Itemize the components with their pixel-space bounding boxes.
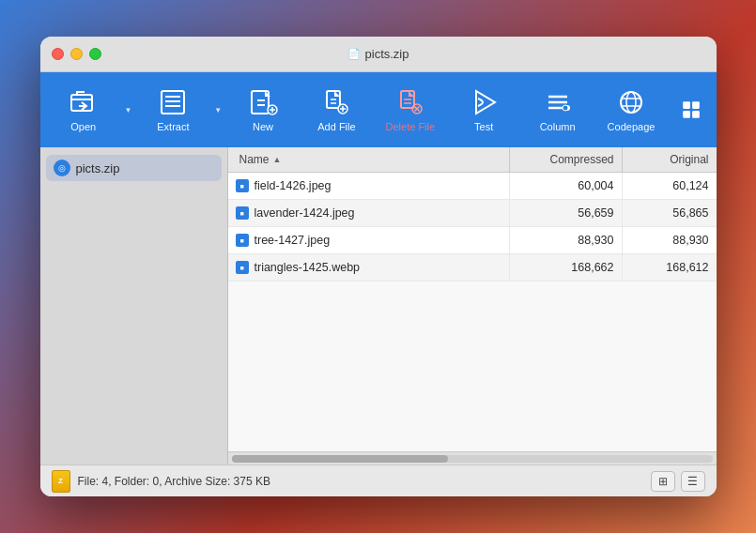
file-list: ■ field-1426.jpeg 60,004 60,124 ■ lavend…	[228, 173, 717, 451]
close-button[interactable]	[52, 48, 64, 60]
test-button[interactable]: Test	[448, 78, 519, 142]
svg-rect-34	[692, 101, 700, 109]
main-window: 📄 picts.zip Open ▼ Extract	[40, 37, 717, 496]
file-type-icon: ■	[236, 179, 249, 192]
file-compressed-cell: 88,930	[510, 227, 623, 253]
extract-dropdown-arrow[interactable]: ▼	[211, 78, 225, 142]
add-file-button[interactable]: Add File	[301, 78, 372, 142]
toolbar: Open ▼ Extract ▼ New	[40, 72, 717, 147]
file-name-cell: ■ tree-1427.jpeg	[228, 227, 510, 253]
new-button[interactable]: New	[227, 78, 299, 142]
file-original-cell: 56,865	[623, 200, 717, 226]
svg-rect-35	[684, 111, 691, 118]
status-text: File: 4, Folder: 0, Archive Size: 375 KB	[78, 475, 270, 488]
window-title: 📄 picts.zip	[347, 47, 409, 61]
sidebar: ◎ picts.zip	[40, 147, 228, 464]
file-type-icon: ■	[236, 234, 249, 247]
traffic-lights	[52, 48, 101, 60]
title-file-icon: 📄	[347, 48, 361, 60]
extract-button[interactable]: Extract	[137, 78, 208, 142]
file-name-cell: ■ lavender-1424.jpeg	[228, 200, 510, 226]
extract-icon	[158, 87, 188, 117]
file-type-icon: ■	[236, 261, 249, 274]
grid-icon	[681, 99, 702, 120]
svg-marker-23	[476, 91, 495, 114]
title-bar: 📄 picts.zip	[40, 37, 717, 72]
file-type-icon: ■	[236, 206, 249, 220]
horizontal-scrollbar[interactable]	[228, 451, 717, 464]
test-icon	[469, 87, 499, 117]
delete-file-icon	[395, 87, 425, 117]
status-view-button-1[interactable]: ⊞	[651, 471, 675, 492]
column-name-header[interactable]: Name ▲	[228, 147, 510, 172]
add-file-icon	[321, 87, 351, 117]
maximize-button[interactable]	[89, 48, 101, 60]
file-compressed-cell: 56,659	[510, 200, 623, 226]
open-dropdown-arrow[interactable]: ▼	[121, 78, 135, 142]
svg-rect-33	[684, 101, 691, 109]
file-compressed-cell: 168,662	[510, 254, 623, 281]
file-list-header: Name ▲ Compressed Original	[228, 147, 717, 173]
file-original-cell: 60,124	[623, 173, 717, 199]
codepage-icon	[616, 87, 646, 117]
sidebar-item-picts-zip[interactable]: ◎ picts.zip	[46, 155, 222, 181]
file-original-cell: 168,612	[623, 254, 717, 281]
sort-arrow-icon: ▲	[273, 155, 282, 164]
zip-icon: Z	[52, 470, 70, 493]
file-name-cell: ■ triangles-1425.webp	[228, 254, 510, 281]
codepage-button[interactable]: Codepage	[595, 78, 667, 142]
table-row[interactable]: ■ field-1426.jpeg 60,004 60,124	[228, 173, 717, 200]
file-compressed-cell: 60,004	[510, 173, 623, 199]
table-row[interactable]: ■ triangles-1425.webp 168,662 168,612	[228, 254, 717, 282]
status-right-controls: ⊞ ☰	[651, 471, 705, 492]
status-view-button-2[interactable]: ☰	[681, 471, 705, 492]
new-icon	[248, 87, 278, 117]
svg-point-29	[621, 92, 641, 113]
minimize-button[interactable]	[70, 48, 83, 60]
file-list-container: Name ▲ Compressed Original ■ field-1426.…	[228, 147, 717, 464]
grid-view-button[interactable]	[674, 92, 708, 128]
status-bar: Z File: 4, Folder: 0, Archive Size: 375 …	[40, 464, 717, 496]
zip-folder-icon: ◎	[54, 160, 70, 176]
column-button[interactable]: Column	[521, 78, 593, 142]
open-button[interactable]: Open	[48, 78, 119, 142]
delete-file-button[interactable]: Delete File	[375, 78, 446, 142]
table-row[interactable]: ■ tree-1427.jpeg 88,930 88,930	[228, 227, 717, 254]
scrollbar-track	[232, 455, 713, 463]
svg-point-30	[626, 92, 636, 113]
svg-rect-36	[692, 111, 700, 118]
column-original-header[interactable]: Original	[623, 147, 717, 172]
scrollbar-thumb[interactable]	[232, 455, 448, 463]
open-icon	[69, 87, 99, 117]
file-name-cell: ■ field-1426.jpeg	[228, 173, 510, 199]
file-original-cell: 88,930	[623, 227, 717, 253]
table-row[interactable]: ■ lavender-1424.jpeg 56,659 56,865	[228, 200, 717, 227]
svg-point-28	[563, 105, 568, 111]
column-compressed-header[interactable]: Compressed	[510, 147, 623, 172]
main-content: ◎ picts.zip Name ▲ Compressed Original	[40, 147, 717, 464]
column-icon	[543, 87, 573, 117]
